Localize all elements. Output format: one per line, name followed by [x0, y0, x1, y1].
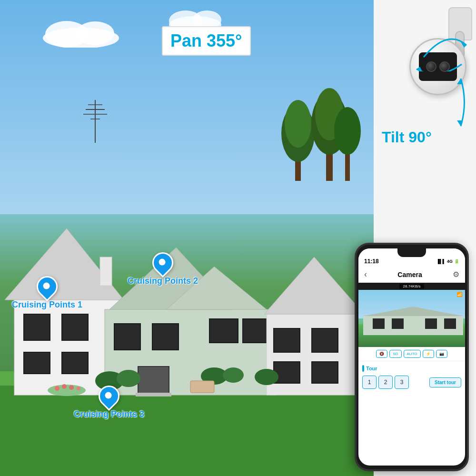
- pin-icon-1: [32, 272, 62, 301]
- status-time: 11:18: [364, 258, 379, 265]
- pan-rotation-arrows: [386, 19, 476, 71]
- svg-point-13: [334, 107, 361, 155]
- photo-area: Pan 355° Cruising Points 1 Cruising Poin…: [0, 0, 374, 476]
- svg-point-52: [69, 385, 74, 390]
- battery-icon: 🔋: [454, 259, 459, 264]
- tour-buttons-row: 1 2 3 Start tour: [362, 376, 461, 389]
- svg-rect-54: [190, 381, 214, 393]
- signal-bars: ▐▌▌: [436, 259, 446, 264]
- cp3-label: Cruising Points 3: [74, 409, 144, 419]
- svg-point-8: [285, 100, 311, 148]
- cloud-1: [38, 19, 124, 50]
- house-structure: [0, 190, 374, 476]
- start-tour-button[interactable]: Start tour: [429, 377, 461, 387]
- svg-rect-64: [444, 318, 456, 329]
- svg-rect-35: [243, 319, 267, 343]
- nav-title: Camera: [397, 271, 422, 278]
- svg-rect-28: [100, 257, 112, 286]
- cruising-point-2: Cruising Points 2: [128, 252, 198, 286]
- mini-house-svg: [363, 307, 463, 335]
- svg-rect-61: [373, 318, 385, 329]
- controls-row: 🔇 SD AUTO ⚡ 📷: [358, 347, 465, 361]
- phone-mockup: 11:18 ▐▌▌ 4G 🔋 ‹ Camera ⚙ 28.74KB/s: [355, 243, 469, 471]
- tour-section: Tour 1 2 3 Start tour: [358, 361, 465, 466]
- svg-rect-43: [312, 362, 338, 383]
- phone-screen: 11:18 ▐▌▌ 4G 🔋 ‹ Camera ⚙ 28.74KB/s: [358, 248, 465, 466]
- svg-rect-27: [62, 352, 88, 374]
- status-icons: ▐▌▌ 4G 🔋: [436, 259, 459, 264]
- tilt-text: Tilt 90°: [382, 129, 432, 146]
- svg-rect-24: [24, 314, 50, 340]
- wifi-icon: 📶: [456, 292, 462, 297]
- cp2-label: Cruising Points 2: [128, 276, 198, 286]
- tour-btn-3[interactable]: 3: [395, 376, 409, 389]
- svg-point-2: [76, 21, 114, 45]
- svg-rect-62: [392, 318, 404, 329]
- pin-icon-3: [94, 381, 124, 411]
- tour-btn-2[interactable]: 2: [378, 376, 393, 389]
- speed-bar: 28.74KB/s: [358, 283, 465, 290]
- svg-marker-60: [363, 307, 463, 316]
- cp1-label: Cruising Points 1: [12, 300, 82, 310]
- back-icon[interactable]: ‹: [364, 269, 367, 279]
- camera-hardware: Tilt 90°: [381, 5, 476, 205]
- svg-rect-34: [209, 319, 238, 343]
- cruising-point-1: Cruising Points 1: [12, 276, 82, 310]
- svg-rect-33: [152, 324, 178, 350]
- pan-label: Pan 355°: [162, 26, 251, 56]
- svg-rect-25: [62, 314, 88, 340]
- svg-rect-32: [114, 324, 140, 350]
- svg-marker-39: [264, 257, 364, 314]
- pin-icon-2: [148, 248, 178, 278]
- right-panel: Tilt 90° 11:18 ▐▌▌ 4G 🔋 ‹: [374, 0, 476, 476]
- svg-point-45: [117, 370, 140, 387]
- svg-rect-40: [274, 328, 300, 352]
- sd-button[interactable]: SD: [389, 350, 401, 358]
- signal-4g: 4G: [447, 259, 453, 264]
- svg-rect-41: [312, 328, 338, 352]
- cruising-point-3: Cruising Points 3: [74, 386, 144, 419]
- tour-label-text: Tour: [366, 366, 377, 371]
- mute-button[interactable]: 🔇: [376, 350, 387, 358]
- tour-label: Tour: [362, 365, 461, 372]
- svg-marker-56: [416, 67, 423, 71]
- tour-btn-1[interactable]: 1: [362, 376, 377, 389]
- speed-badge: 28.74KB/s: [399, 284, 425, 289]
- snapshot-button[interactable]: 📷: [436, 350, 447, 358]
- share-button[interactable]: ⚡: [423, 350, 434, 358]
- phone-notch: [397, 248, 426, 257]
- svg-point-50: [55, 386, 60, 391]
- auto-button[interactable]: AUTO: [404, 350, 421, 358]
- pan-text: Pan 355°: [170, 31, 242, 50]
- svg-point-47: [223, 367, 244, 383]
- svg-rect-42: [274, 362, 300, 383]
- video-feed: 📶: [358, 290, 465, 347]
- settings-icon[interactable]: ⚙: [453, 270, 459, 279]
- svg-rect-63: [425, 318, 437, 329]
- svg-point-48: [255, 369, 278, 385]
- tilt-label: Tilt 90°: [382, 129, 432, 146]
- background-trees: [269, 57, 364, 202]
- antenna: [81, 95, 109, 145]
- svg-point-51: [62, 384, 67, 389]
- tilt-arrows: [404, 74, 470, 131]
- svg-rect-26: [24, 352, 50, 374]
- main-container: Pan 355° Cruising Points 1 Cruising Poin…: [0, 0, 476, 476]
- nav-bar: ‹ Camera ⚙: [358, 267, 465, 283]
